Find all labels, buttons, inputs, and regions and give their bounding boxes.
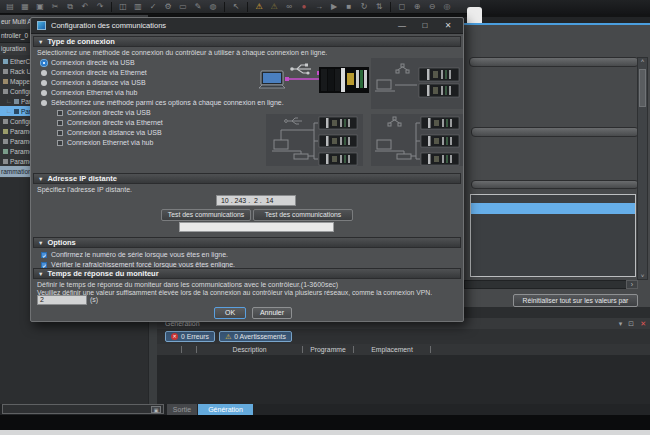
document-tab-fragment[interactable] <box>467 7 482 24</box>
response-time-input[interactable]: 2 <box>37 295 87 305</box>
collapse-triangle-icon: ▼ <box>38 176 43 182</box>
vertical-scrollbar[interactable]: ˄ ˅ <box>637 57 648 280</box>
maximize-icon[interactable]: □ <box>416 19 434 33</box>
scroll-down-icon[interactable]: ˅ <box>638 273 647 279</box>
settings-list-selected-row[interactable] <box>471 203 635 214</box>
settings-icon[interactable]: ⚙ <box>162 0 174 13</box>
pointer-icon[interactable]: ↖ <box>230 0 242 13</box>
zoom-fit-icon[interactable]: ◎ <box>441 0 453 13</box>
refresh-icon[interactable]: ↻ <box>358 0 370 13</box>
collapse-triangle-icon: ▼ <box>38 240 43 246</box>
radio-ethernet-hub[interactable]: Connexion Ethernet via hub <box>41 88 137 97</box>
checkbox-ethernet-direct[interactable]: Connexion directe via Ethernet <box>57 118 163 127</box>
test-result-field <box>179 222 334 232</box>
radio-select-each-time[interactable]: Sélectionnez une méthode parmi ces optio… <box>41 98 284 107</box>
remote-ip-description: Spécifiez l'adresse IP distante. <box>37 186 132 193</box>
panel-pin-icon[interactable]: ⊡ <box>628 318 634 329</box>
tree-node-icon <box>3 139 8 144</box>
build-filter-row: ✕ 0 Erreurs ⚠ 0 Avertissements <box>157 329 650 344</box>
zoom-in-icon[interactable]: ⊕ <box>411 0 423 13</box>
section-options[interactable]: ▼ Options <box>33 237 461 248</box>
rebuild-icon[interactable]: ▥ <box>132 0 144 13</box>
warning-icon: ⚠ <box>225 333 231 340</box>
breakpoint-icon[interactable]: ● <box>298 0 310 13</box>
column-programme[interactable]: Programme <box>303 344 353 355</box>
run-mode-icon[interactable]: ▶ <box>328 0 340 13</box>
ok-button[interactable]: OK <box>214 307 246 319</box>
checkbox-usb-remote[interactable]: Connexion à distance via USB <box>57 128 162 137</box>
tree-node-icon <box>3 119 8 124</box>
undo-icon[interactable]: ↶ <box>79 0 91 13</box>
toolbar-empty-area <box>480 0 650 14</box>
minimize-icon[interactable]: — <box>393 19 411 33</box>
checkbox-ethernet-hub[interactable]: Connexion Ethernet via hub <box>57 138 153 147</box>
usb-remote-diagram <box>266 114 363 166</box>
test-ethernet-button[interactable]: Test des communications Ethernet <box>253 209 353 221</box>
checkbox-usb-direct[interactable]: Connexion directe via USB <box>57 108 151 117</box>
column-description[interactable]: Description <box>197 344 302 355</box>
tree-node-icon <box>3 149 8 154</box>
tree-node-icon <box>3 79 8 84</box>
filter-toolbar-collapsed: ▣ <box>2 404 164 414</box>
ip-address-input[interactable]: 10 . 243 . 2 . 14 <box>216 195 296 206</box>
build-warning-dim-icon[interactable]: ⚠ <box>268 0 280 13</box>
copy-icon[interactable]: ⧉ <box>64 0 76 13</box>
taskbar-edge <box>0 430 650 435</box>
radio-ethernet-direct[interactable]: Connexion directe via Ethernet <box>41 68 147 77</box>
tree-node-icon <box>3 59 8 64</box>
edit-icon[interactable]: ✎ <box>192 0 204 13</box>
check-program-icon[interactable]: ✓ <box>147 0 159 13</box>
save-icon[interactable]: ▣ <box>34 0 46 13</box>
panel-close-icon[interactable]: ✕ <box>640 318 646 329</box>
tab-output[interactable]: Sortie <box>167 404 197 415</box>
section-remote-ip[interactable]: ▼ Adresse IP distante <box>33 173 461 184</box>
toolbar-icons: ▤▦▣✂⧉↶↷◫▥✓⚙▭✎◍↖⚠⚠∞●→▶■↻⇅◻⊕⊖◎ <box>4 0 453 13</box>
step-icon[interactable]: → <box>313 0 325 13</box>
errors-filter-button[interactable]: ✕ 0 Erreurs <box>165 331 215 342</box>
build-warning-icon[interactable]: ⚠ <box>253 0 265 13</box>
panel-menu-icon[interactable]: ▾ <box>619 318 623 329</box>
test-usb-button[interactable]: Test des communications USB <box>161 209 251 221</box>
checkbox-confirm-serial[interactable]: ✓ Confirmez le numéro de série lorsque v… <box>41 250 228 259</box>
radio-usb-remote[interactable]: Connexion à distance via USB <box>41 78 146 87</box>
tab-build[interactable]: Génération <box>198 404 253 415</box>
dialog-title-bar[interactable]: Configuration des communications — □ ✕ <box>31 18 463 34</box>
scrollbar-thumb[interactable] <box>639 69 646 107</box>
synchronize-icon[interactable]: ⇅ <box>373 0 385 13</box>
open-project-icon[interactable]: ▦ <box>19 0 31 13</box>
scroll-right-icon[interactable]: › <box>626 280 638 289</box>
settings-group-bar-1[interactable] <box>469 57 639 67</box>
zoom-select-icon[interactable]: ◻ <box>396 0 408 13</box>
section-monitor-response[interactable]: ▼ Temps de réponse du moniteur <box>33 268 461 279</box>
expand-panel-icon[interactable]: ▣ <box>151 406 161 413</box>
watch-icon[interactable]: ◍ <box>207 0 219 13</box>
build-panel: Génération ▾ ⊡ ✕ ✕ 0 Erreurs ⚠ 0 Avertis… <box>157 318 650 404</box>
cancel-button[interactable]: Annuler <box>252 307 292 319</box>
cut-icon[interactable]: ✂ <box>49 0 61 13</box>
settings-group-bar-2[interactable] <box>471 127 639 137</box>
build-icon[interactable]: ◫ <box>117 0 129 13</box>
new-project-icon[interactable]: ▤ <box>4 0 16 13</box>
radio-usb-direct[interactable]: Connexion directe via USB <box>41 58 135 67</box>
scroll-up-icon[interactable]: ˄ <box>641 58 645 64</box>
zoom-out-icon[interactable]: ⊖ <box>426 0 438 13</box>
section-connection-type[interactable]: ▼ Type de connexion <box>33 36 461 47</box>
warnings-filter-button[interactable]: ⚠ 0 Avertissements <box>219 331 292 342</box>
toolbar-separator <box>224 2 225 12</box>
reset-defaults-button[interactable]: Réinitialiser tout sur les valeurs par d… <box>513 294 638 307</box>
settings-group-bar-3[interactable] <box>471 180 639 189</box>
stop-mode-icon[interactable]: ■ <box>343 0 355 13</box>
close-icon[interactable]: ✕ <box>439 19 457 33</box>
dialog-title: Configuration des communications <box>51 21 388 30</box>
panel-splitter[interactable] <box>148 318 157 404</box>
build-table-header: Description Programme Emplacement <box>157 344 650 355</box>
horizontal-scrollbar[interactable] <box>464 280 637 289</box>
redo-icon[interactable]: ↷ <box>94 0 106 13</box>
monitor-icon[interactable]: ▭ <box>177 0 189 13</box>
error-icon: ✕ <box>171 333 178 340</box>
column-emplacement[interactable]: Emplacement <box>354 344 430 355</box>
connection-description: Sélectionnez une méthode de connexion du… <box>37 49 327 56</box>
application-window: ▤▦▣✂⧉↶↷◫▥✓⚙▭✎◍↖⚠⚠∞●→▶■↻⇅◻⊕⊖◎ eur Multi A… <box>0 0 650 435</box>
ethernet-direct-diagram <box>371 58 463 109</box>
go-online-icon[interactable]: ∞ <box>283 0 295 13</box>
